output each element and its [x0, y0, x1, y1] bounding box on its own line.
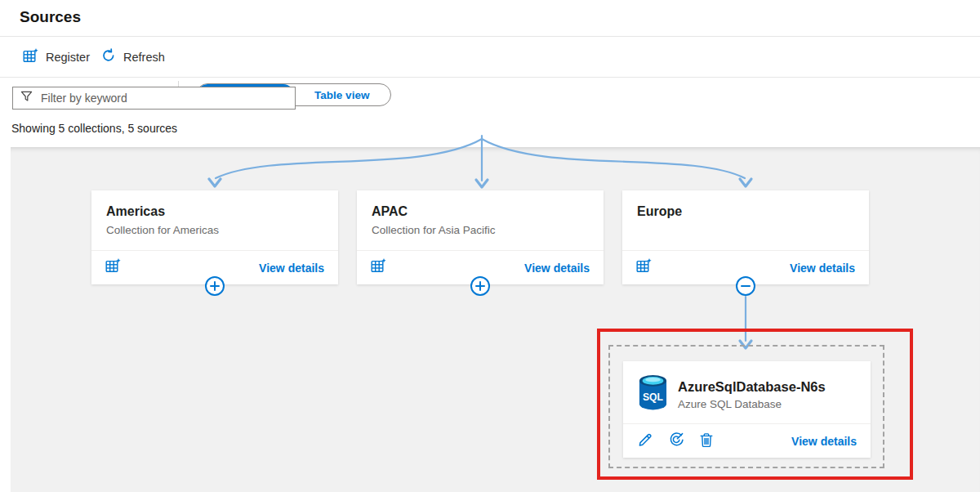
view-details-link[interactable]: View details	[524, 262, 590, 275]
collection-description: Collection for Americas	[91, 219, 338, 237]
register-button[interactable]: Register	[23, 37, 90, 77]
collection-card-americas: Americas Collection for Americas View de…	[91, 190, 338, 284]
register-label: Register	[46, 51, 90, 64]
trash-icon	[699, 432, 714, 450]
edit-button[interactable]	[637, 432, 653, 450]
collection-card-apac: APAC Collection for Asia Pacific View de…	[357, 190, 604, 284]
collection-card-europe: Europe View details	[622, 190, 869, 284]
source-card-header: SQL AzureSqlDatabase-N6s Azure SQL Datab…	[623, 361, 871, 414]
sources-page: Sources Register	[0, 0, 980, 492]
refresh-button[interactable]: Refresh	[101, 37, 165, 77]
scan-button[interactable]	[668, 432, 684, 450]
collection-name: APAC	[357, 190, 604, 219]
refresh-icon	[101, 48, 116, 65]
divider	[0, 77, 980, 78]
collection-name: Americas	[91, 190, 338, 219]
source-card-footer: View details	[623, 423, 871, 458]
page-title: Sources	[20, 8, 81, 26]
status-line: Showing 5 collections, 5 sources	[11, 122, 177, 135]
source-name: AzureSqlDatabase-N6s	[678, 379, 826, 395]
collection-description	[622, 219, 869, 237]
scan-icon	[668, 432, 684, 450]
refresh-label: Refresh	[123, 51, 165, 64]
view-details-link[interactable]: View details	[259, 262, 324, 275]
collection-grid-icon	[371, 258, 386, 277]
source-card-azuresqldatabase: SQL AzureSqlDatabase-N6s Azure SQL Datab…	[623, 361, 871, 458]
svg-text:SQL: SQL	[643, 391, 664, 403]
collection-description: Collection for Asia Pacific	[357, 219, 604, 237]
expand-button-apac[interactable]	[470, 276, 490, 296]
azure-sql-database-icon: SQL	[638, 374, 668, 414]
table-view-tab[interactable]: Table view	[294, 84, 391, 105]
expand-button-americas[interactable]	[205, 276, 225, 296]
edit-pencil-icon	[637, 432, 653, 450]
source-type: Azure SQL Database	[678, 398, 826, 410]
collection-grid-icon	[636, 258, 652, 277]
filter-input[interactable]	[39, 91, 287, 105]
view-details-link[interactable]: View details	[791, 435, 857, 448]
view-details-link[interactable]: View details	[790, 262, 855, 275]
filter-funnel-icon	[20, 91, 33, 105]
collection-grid-icon	[105, 258, 121, 277]
delete-button[interactable]	[699, 432, 714, 450]
collection-name: Europe	[622, 190, 869, 219]
register-grid-icon	[23, 48, 38, 66]
filter-box	[12, 87, 296, 110]
collapse-button-europe[interactable]	[736, 276, 755, 296]
toolbar: Register Refresh Map view Table view	[0, 37, 980, 77]
